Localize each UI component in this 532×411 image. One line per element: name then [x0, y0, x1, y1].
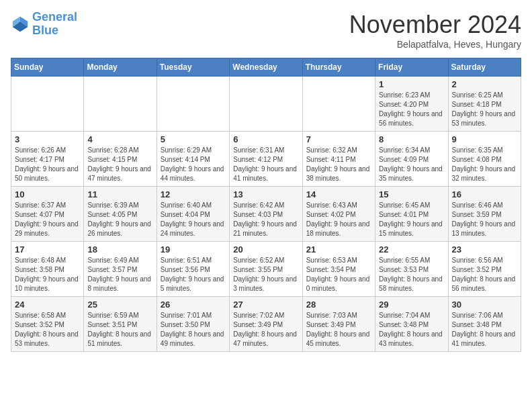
day-info: Sunrise: 6:43 AM Sunset: 4:02 PM Dayligh…: [306, 201, 371, 238]
day-info: Sunrise: 6:35 AM Sunset: 4:08 PM Dayligh…: [452, 146, 517, 183]
day-info: Sunrise: 6:55 AM Sunset: 3:53 PM Dayligh…: [379, 256, 444, 293]
day-number: 3: [15, 134, 80, 144]
calendar-cell: [230, 77, 302, 132]
day-number: 21: [306, 244, 371, 255]
day-header: Thursday: [302, 58, 375, 77]
calendar-cell: 17Sunrise: 6:48 AM Sunset: 3:58 PM Dayli…: [11, 242, 84, 297]
calendar-cell: 26Sunrise: 7:01 AM Sunset: 3:50 PM Dayli…: [157, 297, 229, 352]
calendar-cell: [84, 77, 157, 132]
day-number: 12: [161, 189, 226, 199]
day-number: 22: [379, 244, 444, 255]
calendar-cell: 23Sunrise: 6:56 AM Sunset: 3:52 PM Dayli…: [448, 242, 521, 297]
calendar-cell: [157, 77, 229, 132]
day-info: Sunrise: 6:45 AM Sunset: 4:01 PM Dayligh…: [379, 201, 444, 238]
day-number: 26: [161, 300, 226, 310]
day-info: Sunrise: 6:59 AM Sunset: 3:51 PM Dayligh…: [87, 311, 152, 349]
day-info: Sunrise: 6:39 AM Sunset: 4:05 PM Dayligh…: [87, 201, 152, 238]
day-header: Sunday: [11, 58, 84, 77]
calendar-cell: 27Sunrise: 7:02 AM Sunset: 3:49 PM Dayli…: [230, 297, 302, 352]
day-number: 19: [161, 244, 226, 255]
calendar-cell: 10Sunrise: 6:37 AM Sunset: 4:07 PM Dayli…: [11, 187, 84, 242]
calendar-week-row: 24Sunrise: 6:58 AM Sunset: 3:52 PM Dayli…: [11, 297, 521, 352]
day-number: 7: [306, 134, 371, 144]
calendar-cell: 29Sunrise: 7:04 AM Sunset: 3:48 PM Dayli…: [375, 297, 448, 352]
day-number: 27: [233, 300, 298, 310]
day-number: 16: [452, 189, 517, 199]
calendar-cell: 20Sunrise: 6:52 AM Sunset: 3:55 PM Dayli…: [230, 242, 302, 297]
day-info: Sunrise: 6:42 AM Sunset: 4:03 PM Dayligh…: [233, 201, 298, 238]
day-header: Monday: [84, 58, 157, 77]
day-header: Saturday: [448, 58, 521, 77]
day-number: 4: [87, 134, 152, 144]
calendar-cell: 19Sunrise: 6:51 AM Sunset: 3:56 PM Dayli…: [157, 242, 229, 297]
calendar-cell: 13Sunrise: 6:42 AM Sunset: 4:03 PM Dayli…: [230, 187, 302, 242]
day-number: 2: [452, 79, 517, 89]
day-info: Sunrise: 6:37 AM Sunset: 4:07 PM Dayligh…: [15, 201, 80, 238]
day-info: Sunrise: 7:06 AM Sunset: 3:48 PM Dayligh…: [452, 311, 517, 349]
calendar-cell: 28Sunrise: 7:03 AM Sunset: 3:49 PM Dayli…: [302, 297, 375, 352]
calendar-cell: 15Sunrise: 6:45 AM Sunset: 4:01 PM Dayli…: [375, 187, 448, 242]
month-title: November 2024: [349, 11, 521, 39]
page-header: General Blue November 2024 Belapatfalva,…: [11, 11, 521, 50]
day-number: 23: [452, 244, 517, 255]
day-info: Sunrise: 6:52 AM Sunset: 3:55 PM Dayligh…: [233, 256, 298, 293]
calendar-cell: 5Sunrise: 6:29 AM Sunset: 4:14 PM Daylig…: [157, 132, 229, 187]
day-info: Sunrise: 6:25 AM Sunset: 4:18 PM Dayligh…: [452, 91, 517, 128]
calendar-cell: 1Sunrise: 6:23 AM Sunset: 4:20 PM Daylig…: [375, 77, 448, 132]
calendar-cell: 25Sunrise: 6:59 AM Sunset: 3:51 PM Dayli…: [84, 297, 157, 352]
day-header: Tuesday: [157, 58, 229, 77]
day-number: 14: [306, 189, 371, 199]
calendar-cell: 30Sunrise: 7:06 AM Sunset: 3:48 PM Dayli…: [448, 297, 521, 352]
day-number: 30: [452, 300, 517, 310]
day-number: 13: [233, 189, 298, 199]
day-info: Sunrise: 6:28 AM Sunset: 4:15 PM Dayligh…: [87, 146, 152, 183]
header-row: SundayMondayTuesdayWednesdayThursdayFrid…: [11, 58, 521, 77]
calendar-week-row: 3Sunrise: 6:26 AM Sunset: 4:17 PM Daylig…: [11, 132, 521, 187]
day-info: Sunrise: 6:34 AM Sunset: 4:09 PM Dayligh…: [379, 146, 444, 183]
calendar-cell: 22Sunrise: 6:55 AM Sunset: 3:53 PM Dayli…: [375, 242, 448, 297]
day-number: 20: [233, 244, 298, 255]
day-number: 28: [306, 300, 371, 310]
day-number: 15: [379, 189, 444, 199]
day-info: Sunrise: 6:23 AM Sunset: 4:20 PM Dayligh…: [379, 91, 444, 128]
calendar-week-row: 10Sunrise: 6:37 AM Sunset: 4:07 PM Dayli…: [11, 187, 521, 242]
title-area: November 2024 Belapatfalva, Heves, Hunga…: [349, 11, 521, 50]
calendar-week-row: 17Sunrise: 6:48 AM Sunset: 3:58 PM Dayli…: [11, 242, 521, 297]
location-subtitle: Belapatfalva, Heves, Hungary: [349, 39, 521, 50]
calendar-cell: [302, 77, 375, 132]
calendar-week-row: 1Sunrise: 6:23 AM Sunset: 4:20 PM Daylig…: [11, 77, 521, 132]
day-number: 25: [87, 300, 152, 310]
calendar-cell: 21Sunrise: 6:53 AM Sunset: 3:54 PM Dayli…: [302, 242, 375, 297]
calendar-cell: 2Sunrise: 6:25 AM Sunset: 4:18 PM Daylig…: [448, 77, 521, 132]
day-info: Sunrise: 6:40 AM Sunset: 4:04 PM Dayligh…: [161, 201, 226, 238]
calendar-cell: 4Sunrise: 6:28 AM Sunset: 4:15 PM Daylig…: [84, 132, 157, 187]
calendar-cell: 6Sunrise: 6:31 AM Sunset: 4:12 PM Daylig…: [230, 132, 302, 187]
calendar-cell: 18Sunrise: 6:49 AM Sunset: 3:57 PM Dayli…: [84, 242, 157, 297]
day-info: Sunrise: 6:48 AM Sunset: 3:58 PM Dayligh…: [15, 256, 80, 293]
calendar-cell: 11Sunrise: 6:39 AM Sunset: 4:05 PM Dayli…: [84, 187, 157, 242]
calendar-cell: 8Sunrise: 6:34 AM Sunset: 4:09 PM Daylig…: [375, 132, 448, 187]
calendar-cell: 16Sunrise: 6:46 AM Sunset: 3:59 PM Dayli…: [448, 187, 521, 242]
day-info: Sunrise: 6:26 AM Sunset: 4:17 PM Dayligh…: [15, 146, 80, 183]
day-info: Sunrise: 6:49 AM Sunset: 3:57 PM Dayligh…: [87, 256, 152, 293]
day-info: Sunrise: 6:58 AM Sunset: 3:52 PM Dayligh…: [15, 311, 80, 349]
day-number: 6: [233, 134, 298, 144]
day-info: Sunrise: 7:02 AM Sunset: 3:49 PM Dayligh…: [233, 311, 298, 349]
day-number: 8: [379, 134, 444, 144]
logo-icon: [11, 15, 30, 34]
day-number: 11: [87, 189, 152, 199]
logo: General Blue: [11, 11, 77, 38]
day-number: 18: [87, 244, 152, 255]
calendar-cell: [11, 77, 84, 132]
day-info: Sunrise: 6:53 AM Sunset: 3:54 PM Dayligh…: [306, 256, 371, 293]
logo-text: General Blue: [32, 11, 77, 38]
day-number: 10: [15, 189, 80, 199]
day-info: Sunrise: 6:56 AM Sunset: 3:52 PM Dayligh…: [452, 256, 517, 293]
calendar-table: SundayMondayTuesdayWednesdayThursdayFrid…: [11, 58, 521, 352]
day-number: 29: [379, 300, 444, 310]
day-info: Sunrise: 7:01 AM Sunset: 3:50 PM Dayligh…: [161, 311, 226, 349]
calendar-cell: 24Sunrise: 6:58 AM Sunset: 3:52 PM Dayli…: [11, 297, 84, 352]
day-number: 9: [452, 134, 517, 144]
day-header: Friday: [375, 58, 448, 77]
calendar-cell: 14Sunrise: 6:43 AM Sunset: 4:02 PM Dayli…: [302, 187, 375, 242]
